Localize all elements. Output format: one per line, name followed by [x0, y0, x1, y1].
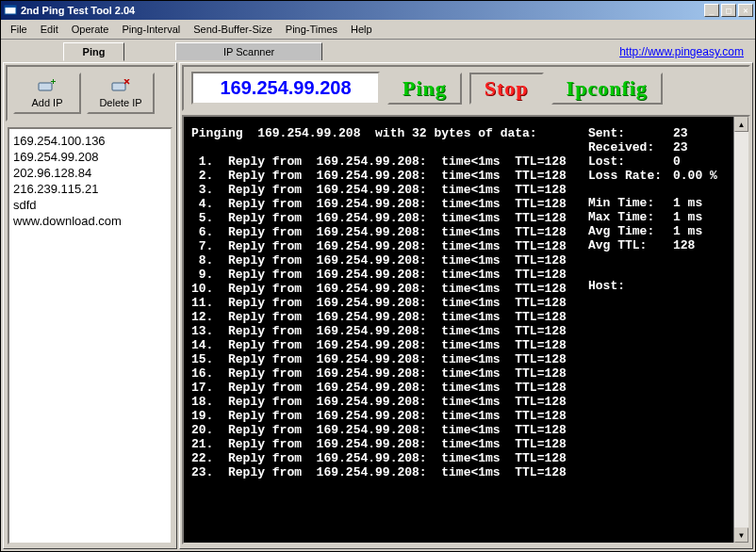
avgttl-value: 128 — [673, 238, 695, 252]
menu-ping-interval[interactable]: Ping-Interval — [116, 22, 186, 37]
scroll-track[interactable] — [734, 132, 748, 528]
lossrate-value: 0.00 % — [673, 169, 717, 183]
ip-list-item[interactable]: 202.96.128.84 — [13, 165, 167, 181]
menu-send-buffer-size[interactable]: Send-Buffer-Size — [188, 22, 278, 37]
lost-value: 0 — [673, 154, 681, 169]
maxtime-value: 1 ms — [673, 210, 702, 224]
avgtime-label: Avg Time: — [588, 224, 673, 238]
menu-help[interactable]: Help — [345, 22, 378, 37]
website-link[interactable]: http://www.pingeasy.com — [619, 45, 744, 58]
avgtime-value: 1 ms — [673, 224, 702, 238]
sent-label: Sent: — [588, 126, 673, 140]
svg-rect-2 — [39, 83, 52, 90]
current-ip-display[interactable]: 169.254.99.208 — [191, 72, 380, 105]
delete-ip-icon — [111, 79, 130, 95]
app-window: 2nd Ping Test Tool 2.04 _ □ ✕ File Edit … — [0, 0, 756, 552]
svg-rect-1 — [5, 6, 16, 8]
minimize-button[interactable]: _ — [704, 4, 719, 17]
console-output[interactable]: Pinging 169.254.99.208 with 32 bytes of … — [184, 117, 583, 543]
maximize-button[interactable]: □ — [721, 4, 736, 17]
menu-file[interactable]: File — [5, 22, 33, 37]
ip-listbox[interactable]: 169.254.100.136169.254.99.208202.96.128.… — [8, 127, 173, 544]
scroll-down-button[interactable]: ▼ — [734, 528, 748, 543]
ip-list-item[interactable]: www.download.com — [13, 213, 167, 229]
svg-rect-5 — [112, 83, 125, 90]
host-label: Host: — [588, 279, 673, 293]
maxtime-label: Max Time: — [588, 210, 673, 224]
app-icon — [3, 3, 18, 18]
close-button[interactable]: ✕ — [738, 4, 753, 17]
mintime-value: 1 ms — [673, 196, 702, 210]
add-ip-button[interactable]: Add IP — [13, 73, 81, 114]
received-value: 23 — [673, 140, 688, 154]
titlebar: 2nd Ping Test Tool 2.04 _ □ ✕ — [1, 1, 755, 20]
menu-operate[interactable]: Operate — [66, 22, 115, 37]
console-scrollbar[interactable]: ▲ ▼ — [733, 117, 748, 543]
menu-ping-times[interactable]: Ping-Times — [280, 22, 343, 37]
ping-button[interactable]: Ping — [387, 73, 462, 105]
add-ip-icon — [38, 79, 57, 95]
menubar: File Edit Operate Ping-Interval Send-Buf… — [1, 20, 755, 40]
stop-button[interactable]: Stop — [469, 73, 544, 105]
lossrate-label: Loss Rate: — [588, 169, 673, 183]
ip-list-item[interactable]: 216.239.115.21 — [13, 181, 167, 197]
add-ip-label: Add IP — [31, 97, 62, 108]
action-toolbar: 169.254.99.208 Ping Stop Ipconfig — [182, 65, 750, 111]
svg-rect-4 — [53, 79, 54, 84]
ip-list-item[interactable]: sdfd — [13, 197, 167, 213]
tab-ip-scanner[interactable]: IP Scanner — [175, 42, 322, 60]
right-panel: 169.254.99.208 Ping Stop Ipconfig Pingin… — [179, 62, 753, 549]
tab-ping[interactable]: Ping — [63, 42, 125, 61]
ip-toolbar: Add IP Delete IP — [6, 65, 174, 122]
scroll-up-button[interactable]: ▲ — [734, 117, 748, 132]
mintime-label: Min Time: — [588, 196, 673, 210]
ipconfig-button[interactable]: Ipconfig — [551, 73, 663, 105]
ip-list-item[interactable]: 169.254.100.136 — [13, 133, 167, 149]
ip-list-item[interactable]: 169.254.99.208 — [13, 149, 167, 165]
menu-edit[interactable]: Edit — [35, 22, 64, 37]
delete-ip-label: Delete IP — [99, 97, 141, 108]
lost-label: Lost: — [588, 154, 673, 169]
console-panel: Pinging 169.254.99.208 with 32 bytes of … — [182, 115, 750, 544]
left-panel: Add IP Delete IP 169.254.100.136169.254.… — [3, 62, 177, 549]
window-title: 2nd Ping Test Tool 2.04 — [21, 5, 704, 16]
stats-panel: Sent:23 Received:23 Lost:0 Loss Rate:0.0… — [583, 117, 733, 543]
received-label: Received: — [588, 140, 673, 154]
avgttl-label: Avg TTL: — [588, 238, 673, 252]
sent-value: 23 — [673, 126, 688, 140]
delete-ip-button[interactable]: Delete IP — [87, 73, 155, 114]
